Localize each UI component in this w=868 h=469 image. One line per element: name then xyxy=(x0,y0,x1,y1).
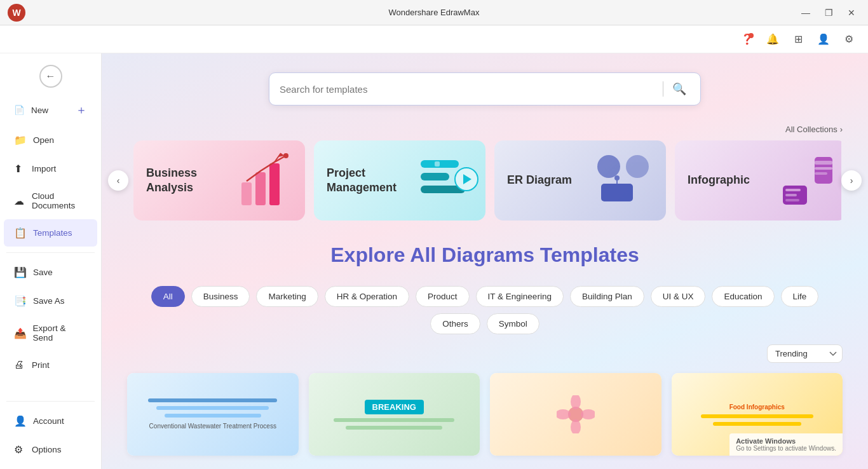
activate-windows-overlay: Activate Windows Go to Settings to activ… xyxy=(729,433,843,456)
app-title: Wondershare EdrawMax xyxy=(389,8,480,17)
sidebar-save-label: Save xyxy=(33,268,53,277)
card-er-diagram[interactable]: ER Diagram xyxy=(494,140,666,221)
filter-marketing[interactable]: Marketing xyxy=(256,286,318,307)
titlebar-left: W xyxy=(0,4,25,22)
template-thumb-4[interactable]: Food Infographics Activate Windows Go to… xyxy=(672,373,843,456)
settings-icon[interactable]: ⚙ xyxy=(840,31,858,48)
filter-product[interactable]: Product xyxy=(416,286,470,307)
carousel-next-button[interactable]: › xyxy=(841,170,862,191)
all-collections-link[interactable]: All Collections › xyxy=(785,125,843,134)
apps-icon[interactable]: ⊞ xyxy=(789,31,807,48)
app-avatar: W xyxy=(8,4,25,22)
filter-building[interactable]: Building Plan xyxy=(570,286,644,307)
svg-rect-18 xyxy=(815,161,832,165)
svg-rect-23 xyxy=(785,194,797,196)
new-icon: 📄 xyxy=(14,105,25,115)
maximize-button[interactable]: ❐ xyxy=(820,4,837,22)
sidebar-item-import[interactable]: ⬆ Import xyxy=(4,155,97,182)
card-label-info: Infographic xyxy=(688,173,750,187)
carousel-section: ‹ BusinessAnalysis xyxy=(102,138,868,231)
sidebar-item-cloud[interactable]: ☁ Cloud Documents xyxy=(4,184,97,218)
filter-uiux[interactable]: UI & UX xyxy=(651,286,706,307)
sidebar-options-label: Options xyxy=(32,445,62,454)
sidebar-new-label: New xyxy=(31,105,48,115)
help-icon[interactable]: ❓ xyxy=(738,31,756,48)
options-icon: ⚙ xyxy=(14,444,25,456)
svg-rect-14 xyxy=(601,184,633,201)
export-icon: 📤 xyxy=(14,327,27,339)
card-label-business: BusinessAnalysis xyxy=(146,166,197,196)
sidebar-item-saveas[interactable]: 📑 Save As xyxy=(4,287,97,315)
filter-it[interactable]: IT & Engineering xyxy=(476,286,564,307)
card-label-er: ER Diagram xyxy=(507,173,572,187)
sidebar-item-new[interactable]: 📄 New ＋ xyxy=(4,95,97,125)
filter-hr[interactable]: HR & Operation xyxy=(325,286,409,307)
sidebar-saveas-label: Save As xyxy=(33,296,65,306)
sidebar-divider xyxy=(6,252,95,253)
svg-point-29 xyxy=(581,409,595,419)
svg-rect-24 xyxy=(785,199,799,201)
sidebar-import-label: Import xyxy=(32,164,56,173)
notification-badge xyxy=(749,33,754,38)
template-thumb-3[interactable] xyxy=(490,373,661,456)
sidebar-back: ← xyxy=(0,58,101,94)
collections-row: All Collections › xyxy=(102,118,868,138)
sidebar-item-export[interactable]: 📤 Export & Send xyxy=(4,316,97,350)
cloud-icon: ☁ xyxy=(14,195,25,207)
sidebar-templates-label: Templates xyxy=(33,228,72,238)
filter-life[interactable]: Life xyxy=(781,286,819,307)
all-collections-label: All Collections xyxy=(785,125,837,134)
new-plus-icon: ＋ xyxy=(76,102,87,118)
account-icon: 👤 xyxy=(14,415,27,427)
card-business-analysis[interactable]: BusinessAnalysis xyxy=(133,140,305,221)
back-button[interactable]: ← xyxy=(39,65,62,88)
minimize-button[interactable]: — xyxy=(797,4,815,22)
sidebar-item-print[interactable]: 🖨 Print xyxy=(4,351,97,378)
filter-symbol[interactable]: Symbol xyxy=(487,313,539,334)
sidebar-open-label: Open xyxy=(33,135,54,145)
svg-point-16 xyxy=(614,175,620,180)
template-thumb-1[interactable]: Conventional Wastewater Treatment Proces… xyxy=(127,373,299,456)
explore-title: Explore All Diagrams Templates xyxy=(127,243,843,267)
notification-icon[interactable]: 🔔 xyxy=(764,31,782,48)
search-bar: 🔍 xyxy=(269,72,701,105)
main-content: 🔍 All Collections › ‹ BusinessAnalysis xyxy=(102,53,868,469)
user-icon[interactable]: 👤 xyxy=(815,31,832,48)
sidebar: ← 📄 New ＋ 📁 Open ⬆ Import ☁ Cloud Docume… xyxy=(0,53,102,469)
sidebar-item-account[interactable]: 👤 Account xyxy=(4,407,97,435)
search-divider xyxy=(663,81,663,97)
search-button[interactable]: 🔍 xyxy=(668,78,690,100)
svg-point-26 xyxy=(571,395,581,409)
filter-education[interactable]: Education xyxy=(712,286,774,307)
sidebar-spacer xyxy=(0,379,101,396)
carousel-prev-button[interactable]: ‹ xyxy=(108,170,128,191)
sidebar-export-label: Export & Send xyxy=(33,323,87,343)
card-infographic[interactable]: Infographic xyxy=(675,140,841,221)
sidebar-item-save[interactable]: 💾 Save xyxy=(4,259,97,286)
svg-point-28 xyxy=(557,409,571,419)
thumb-img-1: Conventional Wastewater Treatment Proces… xyxy=(127,373,299,456)
svg-point-13 xyxy=(626,155,649,178)
save-icon: 💾 xyxy=(14,266,27,278)
titlebar-controls: — ❐ ✕ xyxy=(797,4,868,22)
filter-business[interactable]: Business xyxy=(191,286,250,307)
card-project-management[interactable]: ProjectManagement xyxy=(314,140,485,221)
sidebar-item-templates[interactable]: 📋 Templates xyxy=(4,219,97,247)
cards-container: BusinessAnalysis xyxy=(128,140,841,221)
sidebar-print-label: Print xyxy=(32,360,50,370)
svg-rect-19 xyxy=(815,167,832,170)
explore-section: Explore All Diagrams Templates xyxy=(102,231,868,277)
trending-select[interactable]: Trending Most Popular Newest xyxy=(767,344,843,363)
toolbar: ❓ 🔔 ⊞ 👤 ⚙ xyxy=(0,25,868,53)
filter-all[interactable]: All xyxy=(151,286,185,307)
print-icon: 🖨 xyxy=(14,359,25,370)
template-thumb-2[interactable]: BREAKING xyxy=(309,373,480,456)
close-button[interactable]: ✕ xyxy=(843,4,860,22)
all-collections-arrow: › xyxy=(840,125,843,134)
saveas-icon: 📑 xyxy=(14,295,27,307)
card-icon-er xyxy=(590,151,660,210)
sidebar-item-open[interactable]: 📁 Open xyxy=(4,126,97,154)
filter-others[interactable]: Others xyxy=(430,313,480,334)
search-input[interactable] xyxy=(280,84,658,95)
sidebar-item-options[interactable]: ⚙ Options xyxy=(4,436,97,463)
